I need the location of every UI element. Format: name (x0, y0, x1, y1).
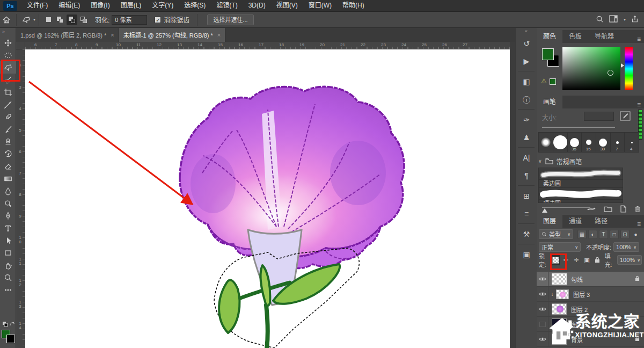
visibility-eye-icon[interactable] (537, 302, 548, 317)
anti-alias-checkbox[interactable]: ✓ (155, 17, 161, 23)
menu-help[interactable]: 帮助(H) (337, 0, 370, 11)
brush-group-row[interactable]: ∨ 常规画笔 (538, 156, 582, 166)
tab-swatches[interactable]: 色板 (562, 30, 588, 43)
saturation-brightness-field[interactable] (562, 47, 620, 90)
layer-filter-type-select[interactable]: 类型 ∨ (539, 229, 573, 239)
workspace-caret-icon[interactable]: ▾ (624, 17, 626, 22)
stroke-smoothing-slider[interactable] (542, 208, 547, 213)
libraries-panel-icon[interactable]: ⊞ (516, 187, 537, 205)
filter-pixel-layers-icon[interactable]: ▦ (577, 230, 587, 239)
brush-preset-35[interactable]: 35 (568, 133, 582, 152)
background-color-swatch[interactable] (6, 335, 15, 343)
panel-menu-icon[interactable]: ≡ (637, 220, 644, 228)
pen-tool[interactable] (0, 209, 16, 222)
lock-artboard-button[interactable]: ▣ (583, 255, 591, 265)
menu-view[interactable]: 视图(V) (271, 0, 303, 11)
menu-image[interactable]: 图像(I) (85, 0, 115, 11)
actions-panel-icon[interactable]: ▶ (516, 52, 537, 70)
feather-input[interactable]: 0 像素 (112, 15, 147, 25)
eyedropper-tool[interactable] (0, 98, 16, 111)
layer-thumbnail[interactable] (556, 289, 569, 299)
filter-type-layers-icon[interactable]: T (599, 230, 608, 239)
tab-brushes[interactable]: 画笔 (537, 96, 562, 108)
brush-item-label[interactable]: 硬边圆 (539, 200, 623, 203)
hand-tool[interactable] (0, 259, 16, 271)
dock-collapse-icon[interactable]: « (516, 28, 537, 34)
layer-row-layer3[interactable]: ↓ 图层 3 (537, 287, 644, 302)
lock-all-button[interactable] (593, 255, 601, 265)
brush-stroke-icon[interactable] (587, 205, 596, 213)
brush-item-hard-round[interactable] (539, 188, 623, 200)
workspace-switcher-icon[interactable] (609, 15, 618, 24)
close-tab-icon[interactable]: × (111, 32, 114, 38)
visibility-eye-icon[interactable] (537, 272, 548, 287)
history-brush-tool[interactable] (0, 148, 16, 160)
home-icon[interactable] (0, 14, 13, 26)
type-tool[interactable] (0, 222, 16, 234)
history-panel-icon[interactable]: ↺ (516, 34, 537, 52)
menu-3d[interactable]: 3D(D) (243, 0, 271, 11)
tab-navigator[interactable]: 导航器 (588, 30, 620, 43)
lasso-tool-preset-icon[interactable] (20, 14, 33, 26)
eraser-tool[interactable] (0, 160, 16, 172)
vertical-ruler[interactable]: 234567891011121314 (16, 49, 25, 348)
info-panel-icon[interactable]: ⓘ (516, 90, 537, 108)
filter-shape-layers-icon[interactable]: □ (610, 230, 619, 239)
filter-smart-objects-icon[interactable]: ⊡ (620, 230, 630, 239)
crop-tool[interactable] (0, 86, 16, 98)
path-selection-tool[interactable] (0, 234, 16, 247)
zoom-tool[interactable] (0, 271, 16, 284)
brush-item-label[interactable]: 柔边圆 (539, 180, 623, 188)
menu-window[interactable]: 窗口(W) (303, 0, 337, 11)
tab-channels[interactable]: 通道 (562, 215, 588, 228)
share-icon[interactable] (631, 15, 639, 25)
color-picker-cursor[interactable] (608, 70, 613, 76)
brush-preset-large[interactable] (553, 133, 568, 152)
brush-settings-panel-icon[interactable]: ✑ (516, 111, 537, 128)
new-selection-button[interactable] (43, 15, 54, 25)
brush-tool[interactable] (0, 123, 16, 135)
tab-layers[interactable]: 图层 (537, 215, 562, 228)
properties-panel-icon[interactable]: ≡ (516, 205, 537, 222)
panel-menu-icon[interactable]: ≡ (637, 101, 644, 108)
search-icon[interactable] (596, 15, 604, 25)
intersect-selection-button[interactable] (78, 15, 89, 25)
add-to-selection-button[interactable] (55, 15, 65, 25)
opacity-select[interactable]: 100% ∨ (613, 242, 639, 252)
adjustments-panel-icon[interactable]: ◧ (516, 73, 537, 90)
brush-size-input[interactable] (584, 112, 614, 121)
brush-preset-15[interactable]: 15 (582, 133, 596, 152)
brush-settings-toggle-icon[interactable] (619, 111, 631, 121)
new-group-folder-icon[interactable] (604, 205, 612, 212)
tool-preset-caret-icon[interactable]: ▾ (33, 17, 35, 22)
lock-position-button[interactable]: ✛ (572, 255, 580, 265)
ruler-origin-corner[interactable] (16, 42, 25, 49)
menu-edit[interactable]: 编辑(E) (53, 0, 85, 11)
dodge-tool[interactable] (0, 197, 16, 209)
subtract-from-selection-button[interactable] (67, 15, 77, 25)
brush-preset-soft[interactable] (539, 133, 553, 152)
blur-tool[interactable] (0, 185, 16, 197)
tab-paths[interactable]: 路径 (588, 215, 614, 228)
layer-comps-panel-icon[interactable]: ▣ (516, 245, 537, 263)
select-and-mask-button[interactable]: 选择并遮住... (207, 15, 253, 25)
canvas[interactable] (25, 49, 510, 348)
new-brush-icon[interactable] (620, 205, 627, 213)
foreground-color-swatch[interactable] (542, 48, 554, 60)
menu-select[interactable]: 选择(S) (179, 0, 211, 11)
brush-preset-7[interactable]: 7 (611, 133, 625, 152)
chevron-down-icon[interactable]: ∨ (538, 158, 542, 164)
fill-select[interactable]: 100% ∨ (617, 255, 642, 265)
visibility-eye-icon[interactable] (537, 332, 548, 347)
brush-preset-4[interactable]: 4 (625, 133, 639, 152)
menu-layer[interactable]: 图层(L) (115, 0, 147, 11)
delete-brush-icon[interactable] (634, 205, 641, 213)
tool-presets-panel-icon[interactable]: ⚒ (516, 225, 537, 243)
hue-slider[interactable] (625, 47, 633, 90)
blend-mode-select[interactable]: 正常 ∨ (539, 242, 581, 252)
menu-filter[interactable]: 滤镜(T) (211, 0, 243, 11)
filter-toggle-icon[interactable]: ● (631, 230, 640, 239)
gamut-warning-swatch[interactable] (550, 78, 556, 85)
more-tools-icon[interactable] (0, 284, 16, 296)
default-swap-colors-icon[interactable] (2, 321, 15, 328)
